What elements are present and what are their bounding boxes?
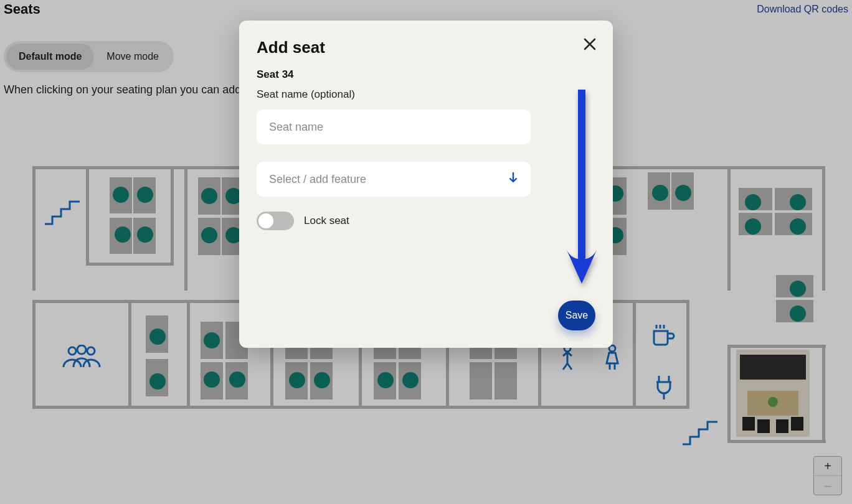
lock-seat-toggle[interactable]	[257, 212, 294, 230]
close-button[interactable]	[580, 35, 599, 54]
lock-seat-row: Lock seat	[257, 212, 595, 230]
page-root: Seats Download QR codes Default mode Mov…	[0, 0, 852, 504]
lock-seat-label: Lock seat	[304, 215, 349, 227]
toggle-knob	[258, 213, 273, 228]
add-seat-modal: Add seat Seat 34 Seat name (optional) Se…	[239, 21, 613, 348]
close-icon	[583, 37, 597, 51]
modal-title: Add seat	[257, 38, 595, 57]
seat-name-label: Seat name (optional)	[257, 88, 595, 101]
feature-select[interactable]: Select / add feature	[257, 162, 531, 197]
save-button[interactable]: Save	[558, 301, 595, 330]
seat-name-input[interactable]	[257, 110, 531, 144]
chevron-down-icon	[508, 172, 518, 187]
seat-heading: Seat 34	[257, 68, 595, 81]
feature-select-placeholder: Select / add feature	[269, 173, 366, 186]
